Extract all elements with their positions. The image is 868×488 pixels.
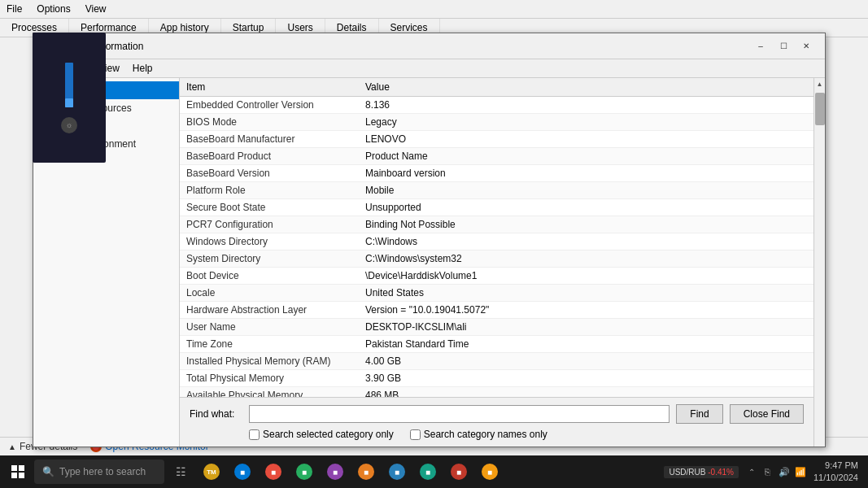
windows-logo-icon <box>11 465 24 478</box>
currency-label: USD/RUB <box>669 468 705 477</box>
minimize-button[interactable]: – <box>750 38 771 54</box>
table-row[interactable]: Boot Device\Device\HarddiskVolume1 <box>180 268 813 285</box>
row-value: Version = "10.0.19041.5072" <box>359 302 813 319</box>
scroll-up-arrow[interactable]: ▲ <box>814 78 826 89</box>
vertical-scrollbar[interactable]: ▲ <box>813 78 825 447</box>
datetime[interactable]: 9:47 PM 11/10/2024 <box>813 460 858 485</box>
taskbar-icon-7[interactable]: ■ <box>413 457 443 486</box>
scroll-thumb[interactable] <box>815 93 825 125</box>
taskbar-icon-2[interactable]: ■ <box>259 457 288 486</box>
si-menu-help[interactable]: Help <box>129 61 156 76</box>
time-display: 9:47 PM <box>813 460 858 472</box>
row-item: Boot Device <box>180 268 359 285</box>
row-value: 8.136 <box>359 97 813 114</box>
sysinfo-table-wrapper[interactable]: Item Value Embedded Controller Version8.… <box>180 78 813 397</box>
taskbar-icon-tm[interactable]: TM <box>197 457 226 486</box>
dark-panel-icon1[interactable]: ☼ <box>61 117 77 133</box>
tray-icon-network[interactable]: ⎘ <box>761 465 774 478</box>
find-button[interactable]: Find <box>676 404 722 424</box>
table-row[interactable]: BaseBoard ProductProduct Name <box>180 148 813 165</box>
row-value: Legacy <box>359 114 813 131</box>
start-button[interactable] <box>3 457 33 486</box>
menu-options[interactable]: Options <box>33 2 73 16</box>
taskbar-search[interactable]: 🔍 Type here to search <box>34 460 164 484</box>
table-row[interactable]: Platform RoleMobile <box>180 182 813 199</box>
svg-rect-0 <box>11 465 17 471</box>
search-selected-label[interactable]: Search selected category only <box>249 429 394 440</box>
taskmanager-menubar: File Options View <box>0 0 868 19</box>
search-selected-checkbox[interactable] <box>249 429 260 440</box>
row-value: LENOVO <box>359 131 813 148</box>
table-row[interactable]: Windows DirectoryC:\Windows <box>180 233 813 251</box>
table-row[interactable]: BIOS ModeLegacy <box>180 114 813 131</box>
row-value: Mainboard version <box>359 165 813 182</box>
table-row[interactable]: Hardware Abstraction LayerVersion = "10.… <box>180 302 813 319</box>
svg-rect-2 <box>11 473 17 478</box>
table-row[interactable]: BaseBoard ManufacturerLENOVO <box>180 131 813 148</box>
tray-icon-chevron[interactable]: ⌃ <box>745 465 758 478</box>
svg-rect-3 <box>19 473 24 478</box>
taskbar-icon-8[interactable]: ■ <box>444 457 473 486</box>
search-category-text: Search category names only <box>424 429 547 440</box>
table-row[interactable]: System DirectoryC:\Windows\system32 <box>180 251 813 268</box>
taskbar-icon-6[interactable]: ■ <box>382 457 412 486</box>
row-value: C:\Windows <box>359 233 813 251</box>
taskbar-right: USD/RUB -0.41% ⌃ ⎘ 🔊 📶 9:47 PM 11/10/202… <box>664 460 865 485</box>
row-item: Secure Boot State <box>180 199 359 216</box>
taskbar-icon-5[interactable]: ■ <box>351 457 381 486</box>
table-row[interactable]: PCR7 ConfigurationBinding Not Possible <box>180 216 813 233</box>
taskbar-icon-9[interactable]: ■ <box>475 457 504 486</box>
svg-rect-1 <box>19 465 24 471</box>
tray-icon-wifi[interactable]: 📶 <box>794 465 807 478</box>
window-controls: – ☐ ✕ <box>750 38 817 54</box>
row-item: Installed Physical Memory (RAM) <box>180 353 359 370</box>
col-value: Value <box>359 78 813 97</box>
table-row[interactable]: Total Physical Memory3.90 GB <box>180 370 813 387</box>
tm-icon: TM <box>203 464 220 480</box>
close-button[interactable]: ✕ <box>796 38 817 54</box>
row-item: Platform Role <box>180 182 359 199</box>
app-icon-1: ■ <box>234 464 251 480</box>
menu-view[interactable]: View <box>82 2 110 16</box>
table-row[interactable]: Available Physical Memory486 MB <box>180 387 813 398</box>
row-item: Windows Directory <box>180 233 359 251</box>
row-value: Unsupported <box>359 199 813 216</box>
table-row[interactable]: Installed Physical Memory (RAM)4.00 GB <box>180 353 813 370</box>
search-category-checkbox[interactable] <box>410 429 421 440</box>
sysinfo-table: Item Value Embedded Controller Version8.… <box>180 78 813 397</box>
row-item: Time Zone <box>180 336 359 353</box>
row-value: 3.90 GB <box>359 370 813 387</box>
taskbar-icon-3[interactable]: ■ <box>290 457 319 486</box>
row-item: BIOS Mode <box>180 114 359 131</box>
table-row[interactable]: LocaleUnited States <box>180 285 813 302</box>
row-value: Mobile <box>359 182 813 199</box>
table-row[interactable]: Time ZonePakistan Standard Time <box>180 336 813 353</box>
currency-badge[interactable]: USD/RUB -0.41% <box>664 466 738 478</box>
close-find-button[interactable]: Close Find <box>730 404 804 424</box>
search-selected-text: Search selected category only <box>263 429 394 440</box>
row-value: C:\Windows\system32 <box>359 251 813 268</box>
row-item: BaseBoard Version <box>180 165 359 182</box>
tray-icons: ⌃ ⎘ 🔊 📶 <box>745 465 807 478</box>
row-value: \Device\HarddiskVolume1 <box>359 268 813 285</box>
find-input[interactable] <box>249 405 670 423</box>
sysinfo-findbar: Find what: Find Close Find Search select… <box>180 397 813 447</box>
table-row[interactable]: BaseBoard VersionMainboard version <box>180 165 813 182</box>
search-category-label[interactable]: Search category names only <box>410 429 547 440</box>
app-icon-7: ■ <box>420 464 436 480</box>
row-value: 486 MB <box>359 387 813 398</box>
table-row[interactable]: Embedded Controller Version8.136 <box>180 97 813 114</box>
row-item: BaseBoard Product <box>180 148 359 165</box>
maximize-button[interactable]: ☐ <box>773 38 794 54</box>
menu-file[interactable]: File <box>3 2 25 16</box>
table-row[interactable]: Secure Boot StateUnsupported <box>180 199 813 216</box>
date-display: 11/10/2024 <box>813 472 858 484</box>
taskbar-icon-1[interactable]: ■ <box>228 457 257 486</box>
table-row[interactable]: User NameDESKTOP-IKCSLIM\ali <box>180 319 813 336</box>
taskview-icon: ☷ <box>176 465 186 478</box>
find-row: Find what: Find Close Find <box>190 404 804 424</box>
taskbar-icon-4[interactable]: ■ <box>321 457 350 486</box>
sysinfo-window: i System Information – ☐ ✕ File Edit Vie… <box>33 33 826 447</box>
taskview-button[interactable]: ☷ <box>166 457 195 486</box>
tray-icon-volume[interactable]: 🔊 <box>778 465 791 478</box>
